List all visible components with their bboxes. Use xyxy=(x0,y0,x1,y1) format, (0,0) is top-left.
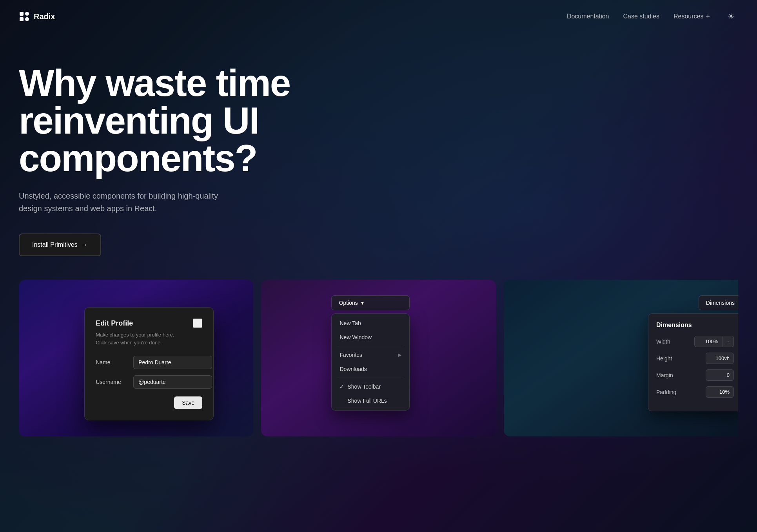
nav-case-studies[interactable]: Case studies xyxy=(623,13,660,20)
menu-item-show-toolbar[interactable]: ✓ Show Toolbar xyxy=(334,380,407,394)
dialog-save-button[interactable]: Save xyxy=(174,396,202,409)
width-input[interactable] xyxy=(695,336,722,347)
svg-rect-1 xyxy=(25,12,29,16)
show-toolbar-check-icon: ✓ xyxy=(339,384,344,390)
height-input[interactable] xyxy=(706,353,733,364)
menu-item-downloads[interactable]: Downloads xyxy=(334,362,407,376)
menu-item-show-full-urls[interactable]: Show Full URLs xyxy=(334,394,407,408)
dropdown-area: Options ▾ New Tab New Window Favorites ▶… xyxy=(331,295,410,411)
dialog-footer: Save xyxy=(96,396,202,409)
name-label: Name xyxy=(96,359,127,366)
nav-documentation[interactable]: Documentation xyxy=(567,13,609,20)
cta-arrow: → xyxy=(82,241,88,248)
logo-icon xyxy=(19,11,30,22)
logo[interactable]: Radix xyxy=(19,11,55,22)
margin-input[interactable] xyxy=(706,370,733,380)
menu-item-show-full-urls-label: Show Full URLs xyxy=(347,398,401,404)
padding-label: Padding xyxy=(656,389,676,395)
dimensions-area: Dimensions Dimensions Width → Height xyxy=(648,295,738,411)
hero-title: Why waste time reinventing UI components… xyxy=(19,64,293,177)
theme-toggle-button[interactable]: ☀ xyxy=(724,9,738,24)
card-dialog: Edit Profile × Make changes to your prof… xyxy=(19,280,253,436)
nav-plus-icon[interactable]: + xyxy=(706,13,710,21)
username-label: Username xyxy=(96,379,127,385)
dialog-title: Edit Profile xyxy=(96,319,133,327)
cta-label: Install Primitives xyxy=(32,241,78,248)
dialog-description: Make changes to your profile here. Click… xyxy=(96,331,202,346)
menu-divider-1 xyxy=(337,346,404,346)
width-input-wrap: → xyxy=(694,336,734,347)
navbar: Radix Documentation Case studies Resourc… xyxy=(0,0,757,33)
options-button-label: Options xyxy=(339,300,358,306)
menu-divider-2 xyxy=(337,378,404,378)
height-input-wrap xyxy=(706,353,734,364)
margin-label: Margin xyxy=(656,372,673,378)
dimensions-button[interactable]: Dimensions xyxy=(699,295,738,310)
options-button[interactable]: Options ▾ xyxy=(331,295,410,310)
menu-item-favorites[interactable]: Favorites ▶ xyxy=(334,348,407,362)
hero-subtitle: Unstyled, accessible components for buil… xyxy=(19,190,238,215)
dimensions-title: Dimensions xyxy=(656,322,734,329)
nav-resources[interactable]: Resources xyxy=(673,13,703,20)
width-label: Width xyxy=(656,338,670,345)
menu-item-new-window[interactable]: New Window xyxy=(334,330,407,344)
dimension-row-margin: Margin xyxy=(656,369,734,381)
dimensions-panel: Dimensions Width → Height Margin xyxy=(648,313,738,411)
edit-profile-dialog: Edit Profile × Make changes to your prof… xyxy=(84,307,214,420)
menu-item-new-tab[interactable]: New Tab xyxy=(334,316,407,330)
menu-item-show-toolbar-label: Show Toolbar xyxy=(347,384,401,390)
dialog-header: Edit Profile × xyxy=(96,318,202,328)
height-label: Height xyxy=(656,355,672,362)
name-input[interactable] xyxy=(133,356,212,369)
cards-section: Edit Profile × Make changes to your prof… xyxy=(0,280,757,436)
username-input[interactable] xyxy=(133,375,212,389)
svg-point-3 xyxy=(25,17,29,21)
nav-links: Documentation Case studies Resources + ☀ xyxy=(567,9,738,24)
nav-resources-group: Resources + xyxy=(673,13,710,21)
dimension-row-height: Height xyxy=(656,353,734,364)
card-dropdown: Options ▾ New Tab New Window Favorites ▶… xyxy=(261,280,496,436)
card-dimensions: Dimensions Dimensions Width → Height xyxy=(504,280,738,436)
dialog-overlay: Edit Profile × Make changes to your prof… xyxy=(84,307,214,420)
margin-input-wrap xyxy=(706,369,734,381)
menu-item-new-tab-label: New Tab xyxy=(339,320,361,326)
menu-item-new-window-label: New Window xyxy=(339,334,372,340)
padding-input[interactable] xyxy=(706,387,733,397)
dimension-row-width: Width → xyxy=(656,336,734,347)
padding-input-wrap xyxy=(706,386,734,398)
dialog-close-button[interactable]: × xyxy=(193,318,202,328)
dialog-name-field: Name xyxy=(96,356,202,369)
dialog-username-field: Username xyxy=(96,375,202,389)
options-chevron-icon: ▾ xyxy=(361,300,364,306)
menu-item-downloads-label: Downloads xyxy=(339,366,367,372)
dimension-row-padding: Padding xyxy=(656,386,734,398)
hero-section: Why waste time reinventing UI components… xyxy=(0,33,757,280)
dropdown-menu: New Tab New Window Favorites ▶ Downloads… xyxy=(331,313,410,411)
favorites-arrow-icon: ▶ xyxy=(398,352,401,358)
svg-rect-2 xyxy=(20,17,24,21)
width-arrow-icon[interactable]: → xyxy=(722,337,733,347)
menu-item-favorites-label: Favorites xyxy=(339,352,362,358)
install-primitives-button[interactable]: Install Primitives → xyxy=(19,233,101,256)
logo-text: Radix xyxy=(34,12,55,21)
svg-rect-0 xyxy=(20,12,24,16)
